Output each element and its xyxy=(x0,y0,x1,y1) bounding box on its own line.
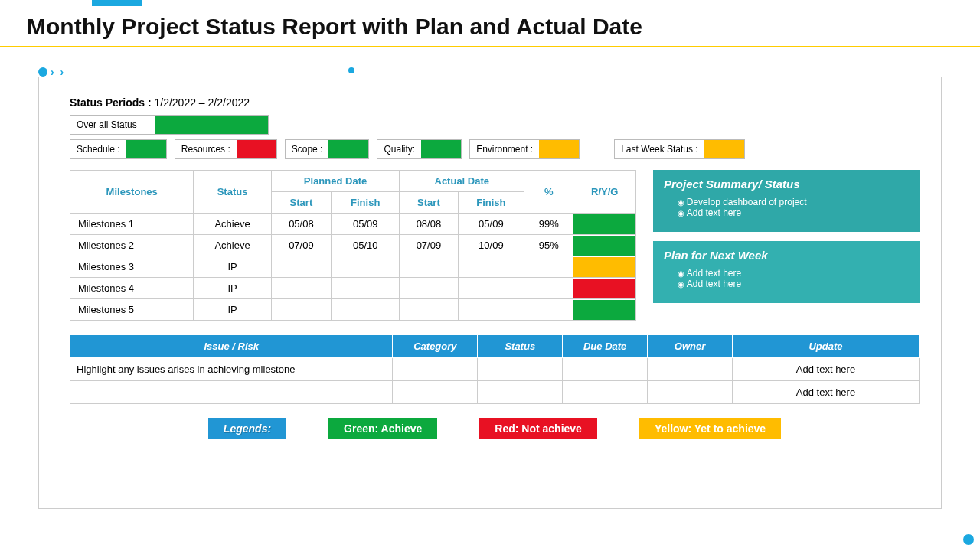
metric-label: Scope : xyxy=(286,144,329,155)
cell-pf xyxy=(332,299,400,321)
legend-yellow: Yellow: Yet to achieve xyxy=(639,418,781,439)
col-astart: Start xyxy=(400,192,458,214)
table-row: Milestones 4IP xyxy=(70,278,636,299)
cell-ps: 05/08 xyxy=(271,214,331,235)
legend-red: Red: Not achieve xyxy=(479,418,597,439)
cell-status: IP xyxy=(194,256,271,278)
cell-name: Milestones 2 xyxy=(70,235,194,256)
overall-swatch xyxy=(155,116,268,134)
cell xyxy=(563,381,648,404)
cell-af xyxy=(458,278,524,299)
cell xyxy=(393,358,478,381)
metric-label: Environment : xyxy=(470,144,539,155)
cell-pct: 95% xyxy=(524,235,573,256)
nextweek-list: Add text hereAdd text here xyxy=(664,268,909,289)
cell-af xyxy=(458,256,524,278)
cell-pct xyxy=(524,256,573,278)
status-period-label: Status Periods : xyxy=(70,96,152,109)
metric-schedule: Schedule : xyxy=(70,139,167,159)
col-actual: Actual Date xyxy=(400,171,524,192)
legend-green: Green: Achieve xyxy=(328,418,437,439)
cell xyxy=(478,358,563,381)
col-pstart: Start xyxy=(271,192,331,214)
metric-swatch xyxy=(421,140,461,158)
overall-label: Over all Status xyxy=(70,119,155,130)
summary-list: Develop dashboard of projectAdd text her… xyxy=(664,197,909,218)
issue-col: Issue / Risk xyxy=(70,335,393,358)
col-pfinish: Finish xyxy=(332,192,400,214)
summary-title: Project Summary/ Status xyxy=(664,178,909,191)
metric-swatch xyxy=(328,140,368,158)
metric-swatch xyxy=(704,140,744,158)
cell: Add text here xyxy=(732,381,919,404)
issue-table: Issue / RiskCategoryStatusDue DateOwnerU… xyxy=(70,334,920,404)
deco-dot xyxy=(38,67,47,77)
cell xyxy=(648,381,733,404)
cell-status: Achieve xyxy=(194,235,271,256)
metric-label: Quality: xyxy=(377,144,421,155)
milestones-table: Milestones Status Planned Date Actual Da… xyxy=(70,170,636,321)
issue-col: Status xyxy=(478,335,563,358)
col-afinish: Finish xyxy=(458,192,524,214)
issue-col: Due Date xyxy=(563,335,648,358)
cell-af: 05/09 xyxy=(458,214,524,235)
cell-pf: 05/10 xyxy=(332,235,400,256)
cell-status: Achieve xyxy=(194,214,271,235)
cell-ryg xyxy=(573,299,636,321)
content-row: Milestones Status Planned Date Actual Da… xyxy=(70,170,920,321)
top-accent xyxy=(92,0,142,6)
metric-label: Resources : xyxy=(175,144,237,155)
metrics-row: Schedule :Resources :Scope :Quality:Envi… xyxy=(70,139,920,159)
col-status: Status xyxy=(194,171,271,214)
cell-as xyxy=(400,256,458,278)
cell-pf xyxy=(332,278,400,299)
cell xyxy=(70,381,393,404)
cell-ps: 07/09 xyxy=(271,235,331,256)
cell xyxy=(563,358,648,381)
main-container: Status Periods : 1/2/2022 – 2/2/2022 Ove… xyxy=(38,77,942,509)
table-row: Milestones 5IP xyxy=(70,299,636,321)
table-row: Milestones 2Achieve07/0905/1007/0910/099… xyxy=(70,235,636,256)
status-period: Status Periods : 1/2/2022 – 2/2/2022 xyxy=(70,96,920,109)
cell xyxy=(648,358,733,381)
cell: Add text here xyxy=(732,358,919,381)
cell-pf: 05/09 xyxy=(332,214,400,235)
col-milestones: Milestones xyxy=(70,171,194,214)
cell-af: 10/09 xyxy=(458,235,524,256)
cell-pf xyxy=(332,256,400,278)
metric-label: Schedule : xyxy=(70,144,126,155)
col-ryg: R/Y/G xyxy=(573,171,636,214)
deco-dot xyxy=(348,67,354,73)
metric-scope: Scope : xyxy=(285,139,370,159)
list-item: Add text here xyxy=(678,279,909,289)
metric-environment: Environment : xyxy=(469,139,580,159)
metric-label: Last Week Status : xyxy=(615,144,704,155)
metric-resources: Resources : xyxy=(175,139,277,159)
cell-ryg xyxy=(573,278,636,299)
metric-swatch xyxy=(237,140,276,158)
legends-row: Legends: Green: Achieve Red: Not achieve… xyxy=(70,418,920,439)
cell-pct xyxy=(524,299,573,321)
cell xyxy=(393,381,478,404)
issue-col: Owner xyxy=(648,335,733,358)
cell: Highlight any issues arises in achieving… xyxy=(70,358,393,381)
col-planned: Planned Date xyxy=(271,171,400,192)
issue-col: Category xyxy=(393,335,478,358)
side-panels: Project Summary/ Status Develop dashboar… xyxy=(653,170,920,321)
cell-status: IP xyxy=(194,278,271,299)
cell-as: 08/08 xyxy=(400,214,458,235)
status-period-value: 1/2/2022 – 2/2/2022 xyxy=(152,96,250,109)
cell-ryg xyxy=(573,214,636,235)
project-summary-panel: Project Summary/ Status Develop dashboar… xyxy=(653,170,920,232)
cell-ryg xyxy=(573,235,636,256)
top-divider xyxy=(0,46,980,47)
metric-quality: Quality: xyxy=(377,139,462,159)
table-row: Add text here xyxy=(70,381,920,404)
bottom-dot xyxy=(963,534,974,545)
overall-status: Over all Status xyxy=(70,115,269,135)
metric-swatch xyxy=(539,140,579,158)
page-title: Monthly Project Status Report with Plan … xyxy=(27,14,642,40)
cell-name: Milestones 4 xyxy=(70,278,194,299)
col-pct: % xyxy=(524,171,573,214)
list-item: Add text here xyxy=(678,268,909,279)
